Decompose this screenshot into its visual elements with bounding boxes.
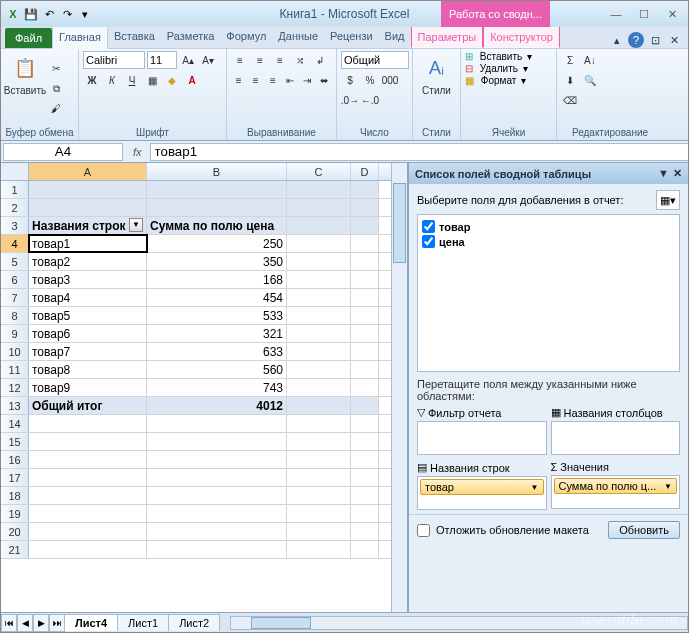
cell[interactable] bbox=[351, 289, 379, 306]
cell[interactable] bbox=[351, 181, 379, 198]
cell[interactable] bbox=[287, 451, 351, 468]
cell[interactable] bbox=[351, 487, 379, 504]
ribbon-tab-формул[interactable]: Формул bbox=[220, 26, 272, 48]
cell[interactable] bbox=[351, 379, 379, 396]
cell[interactable]: товар2 bbox=[29, 253, 147, 270]
cell[interactable] bbox=[287, 523, 351, 540]
ribbon-tab-разметка[interactable]: Разметка bbox=[161, 26, 221, 48]
format-painter-icon[interactable]: 🖌 bbox=[47, 100, 65, 118]
cell[interactable] bbox=[29, 469, 147, 486]
row-header[interactable]: 11 bbox=[1, 361, 29, 378]
merge-icon[interactable]: ⬌ bbox=[317, 71, 332, 89]
cell[interactable]: товар8 bbox=[29, 361, 147, 378]
bold-button[interactable]: Ж bbox=[83, 71, 101, 89]
formula-input[interactable] bbox=[150, 143, 688, 161]
row-field-chip[interactable]: товар▼ bbox=[420, 479, 544, 495]
filter-dropdown-icon[interactable]: ▼ bbox=[129, 218, 143, 232]
cell[interactable] bbox=[287, 181, 351, 198]
row-header[interactable]: 17 bbox=[1, 469, 29, 486]
insert-cells-button[interactable]: ⊞ Вставить ▾ bbox=[465, 51, 552, 62]
cell[interactable] bbox=[351, 253, 379, 270]
align-center-icon[interactable]: ≡ bbox=[248, 71, 263, 89]
redo-icon[interactable]: ↷ bbox=[59, 6, 75, 22]
copy-icon[interactable]: ⧉ bbox=[47, 80, 65, 98]
name-box[interactable] bbox=[3, 143, 123, 161]
ribbon-tab-вид[interactable]: Вид bbox=[379, 26, 411, 48]
row-header[interactable]: 14 bbox=[1, 415, 29, 432]
cell[interactable] bbox=[29, 415, 147, 432]
row-header[interactable]: 12 bbox=[1, 379, 29, 396]
layout-options-button[interactable]: ▦▾ bbox=[656, 190, 680, 210]
cell[interactable]: 743 bbox=[147, 379, 287, 396]
cell[interactable] bbox=[351, 199, 379, 216]
cell[interactable]: товар9 bbox=[29, 379, 147, 396]
align-right-icon[interactable]: ≡ bbox=[265, 71, 280, 89]
increase-indent-icon[interactable]: ⇥ bbox=[300, 71, 315, 89]
update-button[interactable]: Обновить bbox=[608, 521, 680, 539]
cell[interactable] bbox=[147, 469, 287, 486]
cell[interactable] bbox=[351, 397, 379, 414]
cell[interactable] bbox=[147, 523, 287, 540]
cell[interactable]: Общий итог bbox=[29, 397, 147, 414]
align-left-icon[interactable]: ≡ bbox=[231, 71, 246, 89]
cell[interactable] bbox=[147, 199, 287, 216]
cell[interactable]: товар4 bbox=[29, 289, 147, 306]
fx-icon[interactable]: fx bbox=[125, 146, 150, 158]
cell[interactable] bbox=[287, 325, 351, 342]
cell[interactable] bbox=[287, 469, 351, 486]
cell[interactable]: 560 bbox=[147, 361, 287, 378]
cell[interactable] bbox=[147, 451, 287, 468]
cell[interactable] bbox=[287, 397, 351, 414]
find-icon[interactable]: 🔍 bbox=[581, 71, 599, 89]
font-name-combo[interactable] bbox=[83, 51, 145, 69]
horizontal-scrollbar[interactable] bbox=[230, 616, 688, 630]
cell[interactable] bbox=[287, 541, 351, 558]
cut-icon[interactable]: ✂ bbox=[47, 60, 65, 78]
cell[interactable] bbox=[351, 433, 379, 450]
pivot-field-item[interactable]: товар bbox=[422, 219, 675, 234]
row-header[interactable]: 3 bbox=[1, 217, 29, 234]
border-icon[interactable]: ▦ bbox=[143, 71, 161, 89]
value-field-chip[interactable]: Сумма по полю ц...▼ bbox=[554, 478, 678, 494]
cell[interactable] bbox=[147, 541, 287, 558]
sort-filter-icon[interactable]: A↓ bbox=[581, 51, 599, 69]
cell[interactable]: 350 bbox=[147, 253, 287, 270]
cell[interactable] bbox=[351, 505, 379, 522]
cell[interactable] bbox=[287, 253, 351, 270]
cell[interactable] bbox=[147, 487, 287, 504]
decrease-decimal-icon[interactable]: ←.0 bbox=[361, 91, 379, 109]
cell[interactable] bbox=[351, 235, 379, 252]
shrink-font-icon[interactable]: A▾ bbox=[199, 51, 217, 69]
field-checkbox[interactable] bbox=[422, 220, 435, 233]
prev-sheet-button[interactable]: ◀ bbox=[17, 614, 33, 632]
cell[interactable] bbox=[287, 199, 351, 216]
scrollbar-thumb[interactable] bbox=[393, 183, 406, 263]
restore-window-icon[interactable]: ⊡ bbox=[647, 32, 663, 48]
cell[interactable]: 250 bbox=[147, 235, 287, 252]
cell[interactable] bbox=[29, 505, 147, 522]
minimize-button[interactable]: — bbox=[604, 6, 628, 22]
cell[interactable]: товар7 bbox=[29, 343, 147, 360]
row-header[interactable]: 20 bbox=[1, 523, 29, 540]
sheet-tab[interactable]: Лист4 bbox=[64, 614, 118, 631]
cell[interactable] bbox=[351, 523, 379, 540]
cell[interactable] bbox=[351, 541, 379, 558]
cell[interactable] bbox=[287, 505, 351, 522]
cell[interactable] bbox=[147, 181, 287, 198]
orientation-icon[interactable]: ⤭ bbox=[291, 51, 309, 69]
cell[interactable] bbox=[29, 451, 147, 468]
row-header[interactable]: 5 bbox=[1, 253, 29, 270]
cell[interactable]: Сумма по полю цена bbox=[147, 217, 287, 234]
maximize-button[interactable]: ☐ bbox=[632, 6, 656, 22]
file-tab[interactable]: Файл bbox=[5, 28, 52, 48]
row-header[interactable]: 21 bbox=[1, 541, 29, 558]
row-header[interactable]: 16 bbox=[1, 451, 29, 468]
row-header[interactable]: 7 bbox=[1, 289, 29, 306]
vertical-scrollbar[interactable] bbox=[391, 163, 407, 612]
ribbon-tab-данные[interactable]: Данные bbox=[272, 26, 324, 48]
italic-button[interactable]: К bbox=[103, 71, 121, 89]
first-sheet-button[interactable]: ⏮ bbox=[1, 614, 17, 632]
field-checkbox[interactable] bbox=[422, 235, 435, 248]
row-header[interactable]: 19 bbox=[1, 505, 29, 522]
delete-cells-button[interactable]: ⊟ Удалить ▾ bbox=[465, 63, 552, 74]
